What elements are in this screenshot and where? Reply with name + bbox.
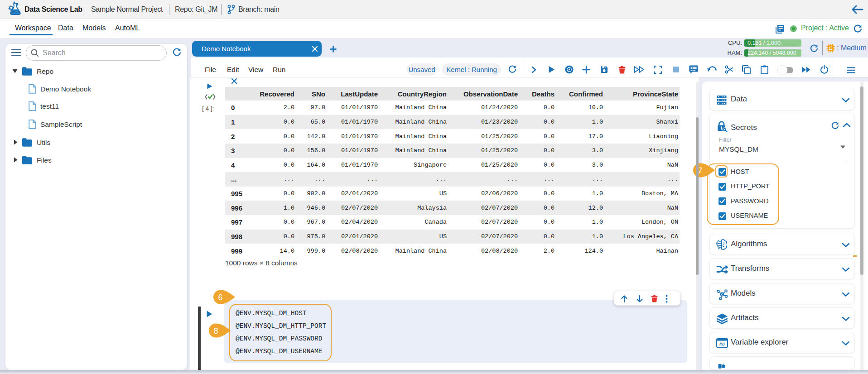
svg-text:8: 8 — [213, 326, 218, 336]
svg-text:(x): (x) — [719, 341, 725, 347]
svg-text:6: 6 — [218, 293, 222, 302]
